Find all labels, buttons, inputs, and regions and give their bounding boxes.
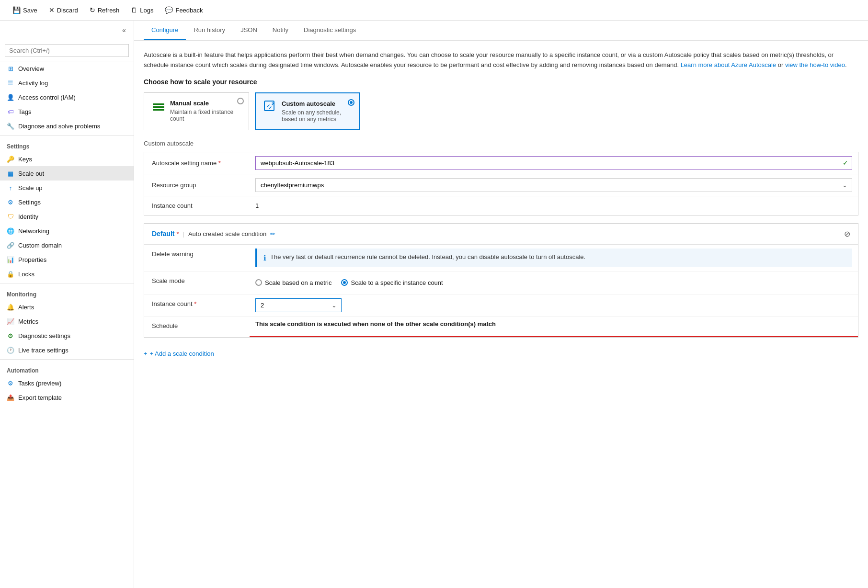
svg-rect-2 xyxy=(153,109,164,111)
tags-icon: 🏷 xyxy=(7,108,14,115)
custom-autoscale-radio[interactable] xyxy=(348,98,354,106)
condition-box: Default * | Auto created scale condition… xyxy=(144,223,858,338)
scale-mode-value: Scale based on a metric Scale to a speci… xyxy=(250,271,858,294)
tab-run-history[interactable]: Run history xyxy=(186,21,233,40)
sidebar: « ⊞ Overview ☰ Activity log 👤 Access con… xyxy=(0,21,134,588)
tab-notify[interactable]: Notify xyxy=(265,21,296,40)
setting-name-row: Autoscale setting name * ✓ xyxy=(144,152,858,174)
feedback-button[interactable]: 💬 Feedback xyxy=(160,4,207,16)
refresh-button[interactable]: ↻ Refresh xyxy=(85,4,125,16)
sidebar-item-locks[interactable]: 🔒 Locks xyxy=(0,267,134,281)
discard-button[interactable]: ✕ Discard xyxy=(44,4,83,16)
delete-warning-row: Delete warning ℹ The very last or defaul… xyxy=(144,245,858,271)
condition-instance-count-row: Instance count * 2 xyxy=(144,294,858,317)
sidebar-item-metrics[interactable]: 📈 Metrics xyxy=(0,314,134,328)
custom-autoscale-title: Custom autoscale xyxy=(282,100,352,107)
condition-delete-icon[interactable]: ⊘ xyxy=(844,229,850,238)
manual-scale-radio-indicator xyxy=(237,98,244,104)
sidebar-item-activity-log[interactable]: ☰ Activity log xyxy=(0,76,134,90)
resource-group-row: Resource group chenyltestpremiumwps xyxy=(144,174,858,196)
sidebar-item-export-template[interactable]: 📤 Export template xyxy=(0,390,134,405)
scale-cards: Manual scale Maintain a fixed instance c… xyxy=(144,92,858,130)
schedule-row: Schedule This scale condition is execute… xyxy=(144,317,858,337)
settings-section-label: Settings xyxy=(0,137,134,152)
tab-diagnostic-settings[interactable]: Diagnostic settings xyxy=(296,21,364,40)
schedule-label: Schedule xyxy=(144,317,250,335)
sidebar-collapse-area: « xyxy=(0,21,134,40)
info-icon: ℹ xyxy=(263,254,266,262)
svg-rect-0 xyxy=(153,103,164,105)
manual-scale-desc: Maintain a fixed instance count xyxy=(170,109,241,122)
custom-autoscale-radio-indicator xyxy=(348,99,354,106)
instance-count-select-wrap: 2 xyxy=(255,298,342,312)
tab-bar: Configure Run history JSON Notify Diagno… xyxy=(134,21,868,41)
svg-rect-1 xyxy=(153,106,164,108)
search-input[interactable] xyxy=(5,44,129,57)
autoscale-description: Autoscale is a built-in feature that hel… xyxy=(144,50,858,70)
overview-icon: ⊞ xyxy=(7,65,14,72)
instance-count-select[interactable]: 2 xyxy=(255,298,342,312)
monitoring-section-label: Monitoring xyxy=(0,285,134,300)
scale-mode-metric-option[interactable]: Scale based on a metric xyxy=(255,279,331,286)
tasks-icon: ⚙ xyxy=(7,379,14,387)
add-scale-condition-link[interactable]: + + Add a scale condition xyxy=(144,350,214,357)
sidebar-item-alerts[interactable]: 🔔 Alerts xyxy=(0,300,134,314)
diagnostic-settings-icon: ⚙ xyxy=(7,332,14,339)
sidebar-item-tags[interactable]: 🏷 Tags xyxy=(0,104,134,119)
sidebar-item-diagnose[interactable]: 🔧 Diagnose and solve problems xyxy=(0,119,134,133)
save-button[interactable]: 💾 Save xyxy=(8,4,42,16)
feedback-icon: 💬 xyxy=(165,6,173,14)
sidebar-item-identity[interactable]: 🛡 Identity xyxy=(0,209,134,224)
condition-instance-count-value: 2 xyxy=(250,294,858,316)
schedule-red-line xyxy=(250,336,858,337)
tab-json[interactable]: JSON xyxy=(233,21,265,40)
condition-instance-count-req: * xyxy=(194,300,196,307)
sidebar-item-live-trace[interactable]: 🕐 Live trace settings xyxy=(0,343,134,357)
condition-asterisk: * xyxy=(176,230,179,237)
condition-subtitle: Auto created scale condition xyxy=(188,230,266,237)
sidebar-item-properties[interactable]: 📊 Properties xyxy=(0,252,134,267)
manual-scale-card[interactable]: Manual scale Maintain a fixed instance c… xyxy=(144,92,249,130)
manual-scale-title: Manual scale xyxy=(170,100,241,107)
metrics-icon: 📈 xyxy=(7,317,14,325)
setting-name-value-area: ✓ xyxy=(250,152,858,174)
toolbar: 💾 Save ✕ Discard ↻ Refresh 🗒 Logs 💬 Feed… xyxy=(0,0,868,21)
custom-autoscale-section-label: Custom autoscale xyxy=(144,140,858,147)
sidebar-item-access-control[interactable]: 👤 Access control (IAM) xyxy=(0,90,134,104)
sidebar-item-tasks[interactable]: ⚙ Tasks (preview) xyxy=(0,376,134,390)
resource-group-label: Resource group xyxy=(144,176,250,194)
scale-up-icon: ↑ xyxy=(7,184,14,192)
tab-configure[interactable]: Configure xyxy=(144,21,186,40)
manual-scale-radio[interactable] xyxy=(237,98,244,106)
scale-mode-instance-option[interactable]: Scale to a specific instance count xyxy=(341,279,443,286)
how-to-video-link[interactable]: view the how-to video xyxy=(785,61,845,68)
logs-button[interactable]: 🗒 Logs xyxy=(126,4,158,16)
custom-autoscale-card[interactable]: Custom autoscale Scale on any schedule, … xyxy=(255,92,360,130)
access-control-icon: 👤 xyxy=(7,93,14,101)
sidebar-item-overview[interactable]: ⊞ Overview xyxy=(0,61,134,76)
logs-icon: 🗒 xyxy=(131,6,137,14)
sidebar-item-networking[interactable]: 🌐 Networking xyxy=(0,224,134,238)
sidebar-item-keys[interactable]: 🔑 Keys xyxy=(0,152,134,166)
sidebar-item-custom-domain[interactable]: 🔗 Custom domain xyxy=(0,238,134,252)
condition-instance-count-label: Instance count * xyxy=(144,294,250,313)
setting-name-valid-icon: ✓ xyxy=(843,159,848,167)
delete-warning-value: ℹ The very last or default recurrence ru… xyxy=(250,245,858,271)
export-template-icon: 📤 xyxy=(7,394,14,401)
sidebar-item-settings[interactable]: ⚙ Settings xyxy=(0,195,134,209)
setting-name-input[interactable] xyxy=(255,156,852,170)
collapse-sidebar-button[interactable]: « xyxy=(118,24,130,36)
scale-heading: Choose how to scale your resource xyxy=(144,78,858,86)
learn-more-link[interactable]: Learn more about Azure Autoscale xyxy=(681,61,776,68)
resource-group-select-wrap: chenyltestpremiumwps xyxy=(255,178,852,192)
diagnose-icon: 🔧 xyxy=(7,122,14,130)
instance-count-value: 1 xyxy=(250,198,858,213)
custom-autoscale-content: Custom autoscale Scale on any schedule, … xyxy=(282,100,352,123)
resource-group-select[interactable]: chenyltestpremiumwps xyxy=(255,178,852,192)
autoscale-form: Autoscale setting name * ✓ Resource grou… xyxy=(144,152,858,215)
condition-edit-icon[interactable]: ✏ xyxy=(270,230,275,237)
sidebar-item-diagnostic-settings[interactable]: ⚙ Diagnostic settings xyxy=(0,328,134,343)
sidebar-item-scale-out[interactable]: ▦ Scale out xyxy=(0,166,134,181)
scale-metric-radio-indicator xyxy=(255,279,262,286)
sidebar-item-scale-up[interactable]: ↑ Scale up xyxy=(0,181,134,195)
